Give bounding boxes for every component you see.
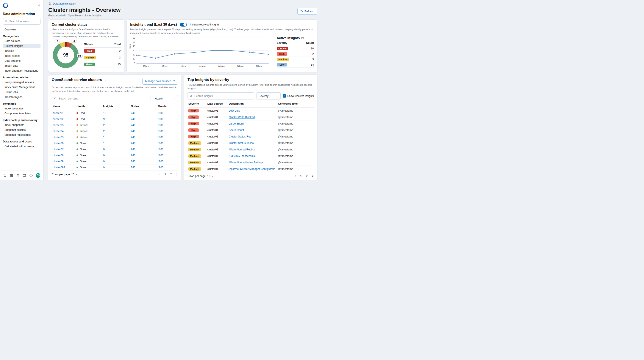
sidebar-item-overview[interactable]: Overview (3, 27, 40, 32)
insight-description-link[interactable]: Incorrect Cluster Manager Configuratio (229, 167, 275, 170)
breadcrumb-link[interactable]: Data administration (53, 2, 76, 5)
sidebar-item-indexes[interactable]: Indexes (3, 49, 40, 53)
cluster-name-link[interactable]: cluster04 (52, 130, 64, 133)
home-icon[interactable] (3, 174, 7, 177)
insights-count-link[interactable]: 10 (103, 112, 106, 115)
sidebar-item-rollup-jobs[interactable]: Rollup jobs (3, 90, 40, 95)
shards-count-link[interactable]: 1800 (157, 166, 163, 169)
cluster-name-link[interactable]: cluster09 (52, 160, 64, 163)
nodes-count-link[interactable]: 240 (131, 118, 135, 121)
settings-gear-icon[interactable]: ⚙ (16, 174, 20, 177)
insights-count-link[interactable]: 0 (103, 160, 104, 163)
nodes-count-link[interactable]: 240 (131, 130, 135, 133)
health-filter-select[interactable]: Health (152, 95, 178, 102)
shards-count-link[interactable]: 1800 (157, 160, 163, 163)
shards-count-link[interactable]: 1800 (157, 124, 163, 127)
cluster-name-link[interactable]: cluster02 (52, 118, 64, 121)
info-icon[interactable] (104, 79, 106, 81)
sidebar-item-snapshot-policies[interactable]: Snapshot policies (3, 128, 40, 132)
show-resolved-checkbox[interactable]: ✓ (283, 94, 286, 98)
info-icon[interactable] (29, 174, 33, 177)
col-insights[interactable]: Insights (102, 103, 130, 110)
col-description[interactable]: Description (228, 100, 278, 107)
cluster-name-link[interactable]: cluster01 (52, 112, 64, 115)
insights-count-link[interactable]: 2 (103, 130, 104, 133)
insight-description-link[interactable]: KMS Key Inaccessible (229, 154, 256, 157)
page-2-button[interactable]: 2 (170, 172, 173, 176)
rows-per-page-selector[interactable]: Rows per page: 10 (52, 173, 78, 176)
nodes-count-link[interactable]: 240 (131, 160, 135, 163)
shards-count-link[interactable]: 1800 (157, 136, 163, 139)
insight-description-link[interactable]: Cluster Write Blocked (229, 116, 255, 119)
sidebar-item-snapshot-repositories[interactable]: Snapshot repositories (3, 132, 40, 137)
insight-description-link[interactable]: Large Shard (229, 122, 244, 125)
collapse-sidebar-icon[interactable] (37, 4, 40, 7)
sidebar-item-get-started-with-access-control[interactable]: Get started with access control (3, 144, 40, 149)
manage-data-sources-button[interactable]: Manage data sources (142, 78, 178, 85)
cluster-name-link[interactable]: cluster03 (52, 124, 64, 127)
sidebar-item-index-templates[interactable]: Index templates (3, 106, 40, 111)
next-page-button[interactable] (175, 173, 178, 176)
insight-description-link[interactable]: Low Disk (229, 109, 240, 112)
insight-description-link[interactable]: Misconfigured Replica (229, 148, 256, 151)
info-icon[interactable] (230, 79, 234, 81)
sidebar-item-index-operation-notifications[interactable]: Index operation notifications (3, 68, 40, 73)
shards-count-link[interactable]: 1800 (157, 148, 163, 151)
sidebar-item-index-aliases[interactable]: Index aliases (3, 54, 40, 58)
col-health[interactable]: Health↓ (76, 103, 102, 110)
sidebar-item-cluster-insights[interactable]: Cluster insights (3, 44, 40, 48)
insight-description-link[interactable]: Misconfigured Index Settings (229, 161, 264, 164)
col-name[interactable]: Name (52, 103, 76, 110)
cluster-name-link[interactable]: cluster05 (52, 136, 64, 139)
insights-count-link[interactable]: 1 (103, 142, 104, 145)
domains-search-input[interactable] (58, 97, 148, 100)
nodes-count-link[interactable]: 240 (131, 148, 135, 151)
nodes-count-link[interactable]: 240 (131, 154, 135, 157)
cluster-name-link[interactable]: cluster08 (52, 154, 64, 157)
nodes-count-link[interactable]: 240 (131, 124, 135, 127)
col-severity[interactable]: Severity (188, 100, 206, 107)
refresh-button[interactable]: ↻ Refresh (298, 8, 317, 15)
prev-page-button[interactable] (158, 173, 161, 176)
domains-search[interactable] (52, 95, 150, 102)
col-shards[interactable]: Shards (156, 103, 178, 110)
insights-count-link[interactable]: 0 (103, 148, 104, 151)
insights-count-link[interactable]: 0 (103, 166, 104, 169)
prev-page-button[interactable] (294, 175, 297, 178)
sidebar-item-index-snapshots[interactable]: Index snapshots (3, 123, 40, 127)
shards-count-link[interactable]: 1800 (157, 130, 163, 133)
cluster-name-link[interactable]: cluster06 (52, 142, 64, 145)
col-generated-time[interactable]: Generated time↑ (277, 100, 314, 107)
sidebar-item-data-sources[interactable]: Data sources (3, 39, 40, 43)
console-window-icon[interactable] (23, 174, 26, 177)
sidebar-search[interactable] (3, 18, 40, 25)
insight-description-link[interactable]: Shard Count (229, 129, 244, 132)
nodes-count-link[interactable]: 240 (131, 166, 135, 169)
insight-description-link[interactable]: Cluster Status Yellow (229, 142, 254, 145)
include-resolved-toggle[interactable] (180, 23, 187, 27)
page-1-button[interactable]: 1 (164, 172, 167, 176)
insights-count-link[interactable]: 2 (103, 124, 104, 127)
sidebar-item-policy-managed-indexes[interactable]: Policy-managed indexes (3, 80, 40, 85)
shards-count-link[interactable]: 1800 (157, 142, 163, 145)
shards-count-link[interactable]: 1800 (157, 118, 163, 121)
sidebar-item-data-streams[interactable]: Data streams (3, 59, 40, 63)
severity-filter-select[interactable]: Severity (256, 92, 280, 99)
shards-count-link[interactable]: 1800 (157, 154, 163, 157)
user-avatar[interactable]: OS (36, 173, 40, 178)
cluster-name-link[interactable]: cluster099 (52, 166, 65, 169)
insights-count-link[interactable]: 1 (103, 136, 104, 139)
col-nodes[interactable]: Nodes (130, 103, 156, 110)
insight-description-link[interactable]: Cluster Status Red (229, 135, 252, 138)
page-2-button[interactable]: 2 (305, 174, 308, 178)
sidebar-item-index-state-management-policies[interactable]: Index State Management policies (3, 85, 40, 90)
sidebar-item-transform-jobs[interactable]: Transform jobs (3, 95, 40, 99)
insights-count-link[interactable]: 0 (103, 154, 104, 157)
next-page-button[interactable] (311, 175, 314, 178)
nodes-count-link[interactable]: 240 (131, 112, 135, 115)
nodes-count-link[interactable]: 240 (131, 142, 135, 145)
shards-count-link[interactable]: 1800 (157, 112, 163, 115)
insights-count-link[interactable]: 9 (103, 118, 104, 121)
info-icon[interactable] (301, 37, 304, 39)
nodes-count-link[interactable]: 240 (131, 136, 135, 139)
